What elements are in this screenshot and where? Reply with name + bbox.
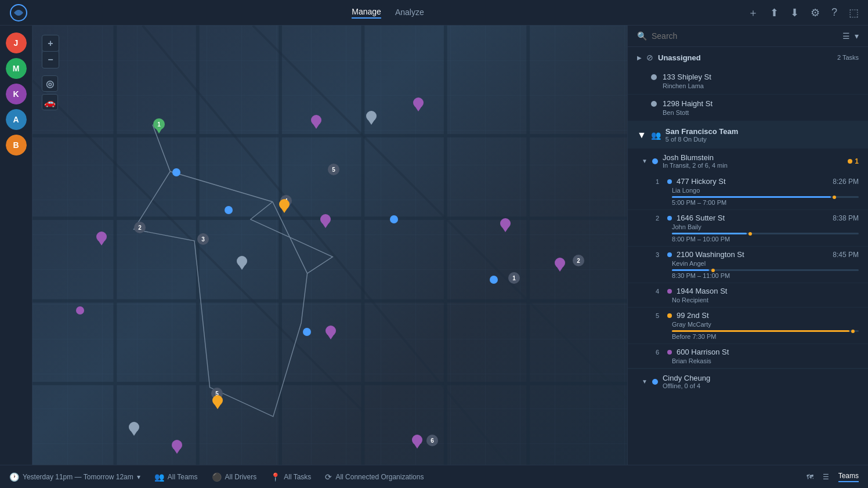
car-button[interactable]: 🚗 <box>42 94 58 110</box>
time-bar-dot-1 <box>833 196 836 199</box>
settings-icon[interactable]: ⚙ <box>811 6 820 19</box>
driver-cindy[interactable]: ▼ Cindy Cheung Offline, 0 of 4 <box>628 368 868 394</box>
driver-josh[interactable]: ▼ Josh Blumstein In Transit, 2 of 6, 4 m… <box>628 149 868 173</box>
map-pin-purple-9[interactable] <box>412 435 424 446</box>
avatar-1[interactable]: J <box>6 32 27 53</box>
unassigned-icon: ⊘ <box>646 53 653 62</box>
help-icon[interactable]: ? <box>831 6 837 19</box>
map-num-6[interactable]: 6 <box>426 435 438 446</box>
map-num-2[interactable]: 2 <box>134 222 146 233</box>
delivery-1[interactable]: 1 477 Hickory St 8:26 PM Lia Longo 5:00 … <box>628 173 868 210</box>
svg-marker-42 <box>313 124 320 129</box>
delivery-num-5: 5 <box>656 312 663 319</box>
avatar-5[interactable]: B <box>6 135 27 156</box>
drivers-label: All Drivers <box>225 473 257 481</box>
download-icon[interactable]: ⬇ <box>790 6 799 19</box>
drivers-item[interactable]: ⚫ All Drivers <box>212 472 257 482</box>
zoom-out-button[interactable]: − <box>42 52 59 68</box>
time-bar-fill-2 <box>672 233 747 234</box>
locate-button[interactable]: ◎ <box>42 75 58 92</box>
delivery-2[interactable]: 2 1646 Sutter St 8:38 PM John Baily 8:00… <box>628 210 868 247</box>
map-pin-blue-3[interactable] <box>389 215 401 226</box>
zoom-in-button[interactable]: + <box>42 35 59 52</box>
map-num-1[interactable]: 1 <box>508 272 520 284</box>
delivery-dot-3 <box>667 252 672 257</box>
map-pin-green[interactable]: 1 <box>153 118 165 130</box>
map-tab[interactable]: 🗺 <box>806 473 813 481</box>
task-item-1[interactable]: 133 Shipley St Rinchen Lama <box>628 68 868 95</box>
left-sidebar: J M K A B <box>0 26 32 465</box>
orgs-item[interactable]: ⟳ All Connected Organizations <box>325 472 424 482</box>
map-pin-purple-5[interactable] <box>75 306 87 317</box>
add-icon[interactable]: ＋ <box>748 6 758 20</box>
sort-icon[interactable]: ▾ <box>855 31 859 41</box>
unassigned-section-header[interactable]: ▶ ⊘ Unassigned 2 Tasks <box>628 47 868 68</box>
teams-tab[interactable]: Teams <box>838 472 859 482</box>
list-view-icon[interactable]: ☰ <box>842 31 850 41</box>
orgs-icon: ⟳ <box>325 472 332 482</box>
account-icon[interactable]: ⬚ <box>849 6 859 19</box>
map-num-3[interactable]: 3 <box>197 233 209 245</box>
map-pin-purple-2[interactable] <box>320 214 332 226</box>
map-pin-gray-2[interactable] <box>129 422 140 433</box>
search-bar: 🔍 ☰ ▾ <box>628 26 868 47</box>
nav-analyze[interactable]: Analyze <box>395 8 424 18</box>
map-pin-purple-7[interactable] <box>413 97 425 109</box>
svg-point-25 <box>390 215 398 223</box>
svg-point-20 <box>225 206 233 214</box>
time-bar-fill-3 <box>672 269 709 271</box>
map-pin-blue-5[interactable] <box>302 327 314 339</box>
delivery-num-6: 6 <box>656 349 663 356</box>
delivery-time-3: 8:45 PM <box>833 251 859 259</box>
avatar-4[interactable]: A <box>6 109 27 130</box>
delivery-4[interactable]: 4 1944 Mason St No Recipient <box>628 283 868 308</box>
map-num-5b[interactable]: 5 <box>328 164 339 175</box>
delivery-3[interactable]: 3 2100 Washington St 8:45 PM Kevin Angel… <box>628 247 868 283</box>
delivery-dot-2 <box>667 216 672 220</box>
list-tab[interactable]: ☰ <box>823 473 829 481</box>
map-pin-blue-4[interactable] <box>489 275 501 287</box>
map-num-2b[interactable]: 2 <box>573 255 584 266</box>
search-input[interactable] <box>652 31 838 41</box>
map-pin-yellow-1[interactable] <box>279 199 291 211</box>
map-pin-blue-1[interactable] <box>172 168 183 179</box>
map-pin-purple-6[interactable] <box>311 115 323 126</box>
map-pin-purple-8[interactable] <box>172 440 183 451</box>
map-pin-gray-1[interactable] <box>237 256 248 268</box>
task-address-2: 1298 Haight St <box>663 99 859 108</box>
map-pin-blue-2[interactable] <box>224 205 236 217</box>
delivery-person-5: Gray McCarty <box>672 321 859 328</box>
map-pin-purple-1[interactable] <box>96 232 108 243</box>
time-bar-fill-5 <box>672 330 849 332</box>
bottom-right: 🗺 ☰ Teams <box>806 472 859 482</box>
nav-manage[interactable]: Manage <box>352 7 381 19</box>
driver-cindy-name: Cindy Cheung <box>663 374 859 382</box>
orgs-label: All Connected Organizations <box>335 473 424 481</box>
delivery-dot-6 <box>667 350 672 355</box>
map-pin-gray-3[interactable] <box>366 111 378 122</box>
team-section-header[interactable]: ▼ 👥 San Francisco Team 5 of 8 On Duty <box>628 121 868 149</box>
tasks-item[interactable]: 📍 All Tasks <box>270 472 311 482</box>
map-pin-yellow-2[interactable] <box>212 395 224 407</box>
map-pin-purple-3[interactable] <box>500 218 512 230</box>
driver-cindy-dot <box>652 379 658 385</box>
team-status: 5 of 8 On Duty <box>666 136 859 143</box>
unassigned-title: Unassigned <box>658 53 833 62</box>
task-info-1: 133 Shipley St Rinchen Lama <box>663 73 859 89</box>
map-pin-purple-10[interactable] <box>555 258 566 269</box>
teams-item[interactable]: 👥 All Teams <box>154 472 198 482</box>
map-controls: + − ◎ 🚗 <box>42 35 59 110</box>
tasks-icon: 📍 <box>270 472 280 482</box>
map-pin-purple-4[interactable] <box>326 326 337 337</box>
time-range-item[interactable]: 🕐 Yesterday 11pm — Tomorrow 12am ▾ <box>9 472 140 482</box>
task-address-1: 133 Shipley St <box>663 73 859 81</box>
delivery-6[interactable]: 6 600 Harrison St Brian Rekasis <box>628 344 868 368</box>
avatar-3[interactable]: K <box>6 84 27 104</box>
avatar-2[interactable]: M <box>6 58 27 79</box>
task-item-2[interactable]: 1298 Haight St Ben Stott <box>628 95 868 121</box>
driver-cindy-status: Offline, 0 of 4 <box>663 382 859 389</box>
driver-josh-chevron: ▼ <box>642 158 648 164</box>
time-bar-1 <box>672 196 859 198</box>
delivery-5[interactable]: 5 99 2nd St Gray McCarty Before 7:30 PM <box>628 308 868 344</box>
import-icon[interactable]: ⬆ <box>770 6 779 19</box>
